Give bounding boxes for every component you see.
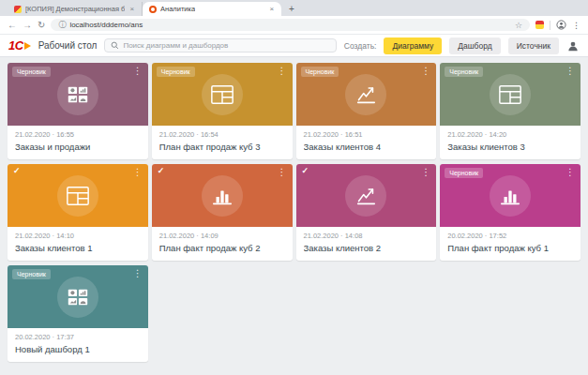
draft-badge: Черновик [445,168,483,178]
toolbar-divider [550,21,550,30]
card-info: 21.02.2020 · 14:10 Заказы клиентов 1 [8,227,148,253]
card-preview: Черновик ⋮ [296,63,437,126]
url-text: localhost/dddemo/ans [69,21,143,29]
draft-badge: Черновик [445,67,483,77]
card-preview: ✓ ⋮ [152,164,293,227]
card-menu-button[interactable]: ⋮ [418,65,433,77]
card-title: Заказы клиентов 4 [304,142,430,152]
search-box[interactable] [104,38,336,52]
dashboard-icon [57,277,98,318]
dashboard-card[interactable]: Черновик ⋮ 20.02.2020 · 17:37 Новый дашб… [8,265,148,362]
card-title: Заказы и продажи [15,142,141,152]
reload-icon[interactable]: ↻ [38,20,45,30]
create-label: Создать: [344,41,377,51]
card-date: 21.02.2020 · 14:08 [304,232,430,240]
dashboard-card[interactable]: Черновик ⋮ 21.02.2020 · 14:20 Заказы кли… [440,63,580,159]
cards-grid: Черновик ⋮ 21.02.2020 · 16:55 Заказы и п… [0,57,588,368]
browser-tab-strip: [КОПИЯ] Демонстрационная б × Аналитика ×… [0,0,588,16]
card-menu-button[interactable]: ⋮ [275,166,290,178]
card-menu-button[interactable]: ⋮ [418,166,433,178]
card-menu-button[interactable]: ⋮ [130,65,145,77]
site-info-icon[interactable]: ⓘ [58,22,66,29]
dashboard-card[interactable]: Черновик ⋮ 21.02.2020 · 16:54 План факт … [152,63,293,159]
card-date: 21.02.2020 · 14:20 [447,130,573,139]
card-date: 21.02.2020 · 14:09 [159,232,285,240]
dashboard-icon [57,74,98,115]
check-icon: ✓ [302,166,309,175]
line-chart-icon [345,175,386,217]
card-preview: Черновик ⋮ [152,63,293,126]
card-preview: Черновик ⋮ [440,63,580,126]
user-avatar[interactable] [566,39,580,52]
search-input[interactable] [123,41,329,50]
card-title: План факт продаж куб 3 [159,142,285,152]
bar-chart-icon [202,175,243,217]
new-tab-button[interactable]: + [281,4,302,16]
card-date: 21.02.2020 · 14:10 [15,232,141,240]
card-info: 21.02.2020 · 14:20 Заказы клиентов 3 [440,126,580,152]
card-title: План факт продаж куб 2 [159,243,285,253]
logo-text: 1С [8,38,23,52]
browser-profile-icon[interactable] [556,20,566,30]
dashboard-card[interactable]: Черновик ⋮ 20.02.2020 · 17:52 План факт … [440,164,580,261]
card-date: 21.02.2020 · 16:55 [15,130,141,139]
create-dashboard-button[interactable]: Дашборд [449,38,500,54]
card-date: 20.02.2020 · 17:37 [15,333,141,341]
tab-close-icon[interactable]: × [268,5,275,13]
address-bar[interactable]: ⓘ localhost/dddemo/ans ☆ [51,19,530,31]
create-source-button[interactable]: Источник [508,38,559,54]
1c-favicon-icon [14,6,22,13]
card-date: 21.02.2020 · 16:54 [159,130,285,139]
card-title: Заказы клиентов 3 [447,142,573,152]
draft-badge: Черновик [301,67,339,77]
dashboard-card[interactable]: ✓ ⋮ 21.02.2020 · 14:09 План факт продаж … [152,164,293,261]
app-header: 1С Рабочий стол Создать: Диаграмму Дашбо… [0,34,588,57]
dashboard-card[interactable]: ✓ ⋮ 21.02.2020 · 14:08 Заказы клиентов 2 [296,164,437,261]
back-icon[interactable]: ← [8,20,17,30]
tab-title: [КОПИЯ] Демонстрационная б [25,5,125,13]
page-title: Рабочий стол [38,40,98,51]
1c-logo: 1С [8,38,31,52]
browser-tab-demo-base[interactable]: [КОПИЯ] Демонстрационная б × [8,2,143,16]
card-preview: Черновик ⋮ [8,265,148,328]
card-date: 20.02.2020 · 17:52 [447,232,573,240]
tab-close-icon[interactable]: × [128,5,135,13]
card-preview: ✓ ⋮ [8,164,148,227]
logo-arrow-icon [24,42,31,50]
card-info: 20.02.2020 · 17:37 Новый дашборд 1 [8,328,148,354]
table-icon [490,74,531,115]
check-icon: ✓ [158,166,165,175]
browser-tab-analytics[interactable]: Аналитика × [143,2,281,16]
browser-toolbar: ← → ↻ ⓘ localhost/dddemo/ans ☆ ⋮ [0,16,588,34]
dashboard-card[interactable]: Черновик ⋮ 21.02.2020 · 16:51 Заказы кли… [296,63,437,159]
card-info: 21.02.2020 · 16:51 Заказы клиентов 4 [296,126,437,152]
line-chart-icon [345,74,386,115]
card-menu-button[interactable]: ⋮ [563,65,578,77]
draft-badge: Черновик [157,67,195,77]
create-diagram-button[interactable]: Диаграмму [384,38,442,54]
card-title: Заказы клиентов 2 [304,243,430,253]
card-menu-button[interactable]: ⋮ [275,65,290,77]
check-icon: ✓ [13,166,21,175]
browser-menu-icon[interactable]: ⋮ [572,21,580,30]
card-menu-button[interactable]: ⋮ [563,166,578,178]
extension-icon[interactable] [535,21,544,29]
card-info: 21.02.2020 · 14:08 Заказы клиентов 2 [296,227,437,253]
dashboard-card[interactable]: ✓ ⋮ 21.02.2020 · 14:10 Заказы клиентов 1 [8,164,148,261]
card-preview: Черновик ⋮ [440,164,580,227]
card-date: 21.02.2020 · 16:51 [304,130,430,139]
card-info: 21.02.2020 · 16:55 Заказы и продажи [8,126,148,152]
card-title: Заказы клиентов 1 [15,243,141,253]
card-info: 20.02.2020 · 17:52 План факт продаж куб … [440,227,580,253]
card-menu-button[interactable]: ⋮ [130,267,145,279]
table-icon [202,74,243,115]
forward-icon[interactable]: → [23,20,32,30]
tab-title: Аналитика [160,5,195,13]
dashboard-card[interactable]: Черновик ⋮ 21.02.2020 · 16:55 Заказы и п… [8,63,148,159]
draft-badge: Черновик [12,67,51,77]
bookmark-star-icon[interactable]: ☆ [515,21,522,30]
card-preview: Черновик ⋮ [8,63,148,126]
card-info: 21.02.2020 · 14:09 План факт продаж куб … [152,227,293,253]
card-preview: ✓ ⋮ [296,164,437,227]
card-menu-button[interactable]: ⋮ [130,166,145,178]
